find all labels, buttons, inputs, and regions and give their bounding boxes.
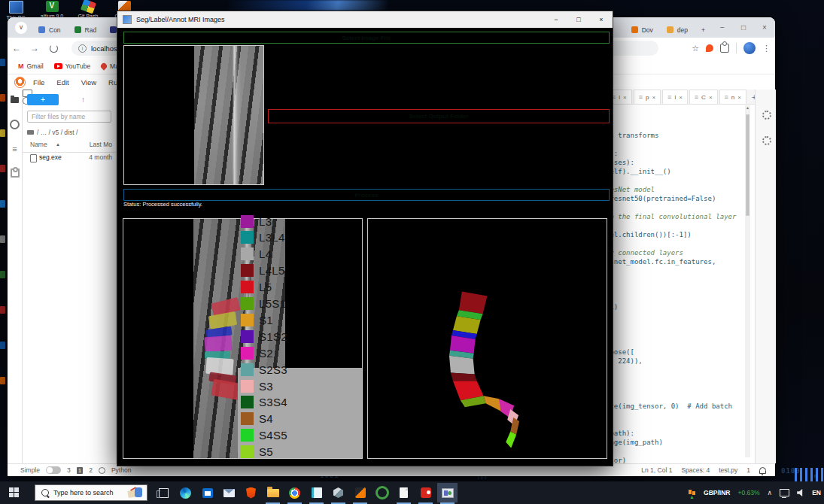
new-launcher-button[interactable]: + xyxy=(27,94,59,105)
editor-scrollbar[interactable]: ▲ xyxy=(745,105,750,457)
start-button[interactable] xyxy=(9,487,19,497)
ticker-change: +0.63% xyxy=(738,489,760,496)
tab-close-icon[interactable]: × xyxy=(652,94,655,101)
filter-files-input[interactable]: Filter files by name xyxy=(27,111,111,123)
menu-item[interactable]: File xyxy=(33,78,44,87)
taskbar-app-button[interactable] xyxy=(306,481,327,504)
stocks-widget-icon[interactable]: ▲ xyxy=(688,489,696,497)
kernel-name[interactable]: Python xyxy=(111,466,131,474)
bell-icon[interactable] xyxy=(759,467,766,474)
legend-swatch xyxy=(241,264,254,277)
tab-close-icon[interactable]: × xyxy=(679,94,683,101)
taskbar-app-button[interactable] xyxy=(327,481,349,504)
chrome-tab[interactable]: Con xyxy=(32,22,68,38)
forward-icon[interactable]: → xyxy=(26,43,44,53)
profile-avatar[interactable] xyxy=(743,42,756,54)
tab-favicon xyxy=(667,26,673,33)
taskbar-app-button[interactable] xyxy=(240,481,262,504)
reload-icon[interactable] xyxy=(50,44,58,53)
code-editor[interactable]: s as transforms e):asses):self).__init__… xyxy=(606,113,736,465)
table-of-contents-icon[interactable]: ≡ xyxy=(12,146,17,152)
back-icon[interactable]: ← xyxy=(8,43,26,53)
extensions-puzzle-icon[interactable] xyxy=(720,44,729,53)
legend-label: L4 xyxy=(259,247,272,260)
legend-label: S4 xyxy=(259,412,273,425)
legend-row: S2 xyxy=(241,345,273,361)
chrome-tab[interactable]: dep xyxy=(660,22,695,38)
scroll-up-icon[interactable]: ▲ xyxy=(745,105,750,110)
extension-icon[interactable] xyxy=(706,44,713,52)
new-tab-button[interactable]: + xyxy=(695,22,712,38)
close-button[interactable]: × xyxy=(590,11,613,28)
bookmark-gmail[interactable]: MGmail xyxy=(18,62,44,70)
legend-swatch xyxy=(241,363,254,376)
taskbar-app-button[interactable] xyxy=(175,481,196,504)
simple-mode-toggle[interactable] xyxy=(46,466,61,474)
file-list-header[interactable]: Name ▲ Last Mo xyxy=(23,141,116,153)
extension-manager-icon[interactable] xyxy=(11,169,20,178)
tab-close-icon[interactable]: × xyxy=(623,94,627,101)
taskbar-app-button[interactable] xyxy=(196,481,218,504)
cursor-position[interactable]: Ln 1, Col 1 xyxy=(641,466,672,474)
taskbar-app-button[interactable] xyxy=(262,481,284,504)
app-title-bar[interactable]: Seg/Label/Annot MRI Images − □ × xyxy=(117,11,613,28)
settings-gear-icon[interactable] xyxy=(762,136,771,145)
code-line: .resnet50(pretrained=False) xyxy=(606,194,736,203)
breadcrumb[interactable]: / … / v5 / dist / xyxy=(27,129,78,136)
mask-svg xyxy=(368,219,607,458)
taskbar-app-button[interactable] xyxy=(218,481,240,504)
menu-item[interactable]: Edit xyxy=(56,78,68,87)
tab-favicon xyxy=(631,26,638,33)
chrome-tab[interactable]: Rad xyxy=(68,22,104,38)
upload-icon[interactable]: ↑ xyxy=(81,96,85,104)
taskbar-app-button[interactable] xyxy=(284,481,306,504)
process-button[interactable]: Process xyxy=(123,189,610,201)
taskbar-app-button[interactable] xyxy=(436,481,458,504)
taskbar-app-button[interactable] xyxy=(415,481,436,504)
taskbar-app-button[interactable] xyxy=(349,481,371,504)
maximize-button[interactable]: □ xyxy=(567,11,590,28)
editor-tab[interactable]: l × xyxy=(662,90,688,104)
editor-tab[interactable]: p × xyxy=(634,90,661,104)
scrollbar-thumb[interactable] xyxy=(746,114,750,216)
file-browser-icon[interactable] xyxy=(11,97,19,103)
volume-icon[interactable] xyxy=(797,489,804,496)
kernel-busy-badge: 1 xyxy=(77,467,83,474)
taskbar-app-button[interactable] xyxy=(393,481,415,504)
indent-setting[interactable]: Spaces: 4 xyxy=(681,466,710,474)
tab-search-button[interactable]: ∨ xyxy=(15,22,27,34)
bookmark-star-icon[interactable]: ☆ xyxy=(692,44,699,53)
tab-close-icon[interactable]: × xyxy=(737,94,741,101)
bookmark-youtube[interactable]: YouTube xyxy=(54,62,90,70)
legend-row: S2S3 xyxy=(241,361,287,378)
code-line: -1) xyxy=(606,302,736,311)
taskbar-app-button[interactable] xyxy=(371,481,393,504)
app-icon xyxy=(376,486,389,499)
taskbar-app-button[interactable] xyxy=(153,481,175,504)
ticker-pair[interactable]: GBP/INR xyxy=(704,489,730,496)
chrome-menu-icon[interactable]: ⋮ xyxy=(762,44,771,53)
network-icon[interactable] xyxy=(780,489,789,496)
running-kernels-icon[interactable] xyxy=(10,120,20,129)
taskbar-search[interactable]: Type here to search xyxy=(35,484,147,501)
legend-row: S1 xyxy=(241,311,273,328)
minimize-button[interactable]: − xyxy=(712,17,733,38)
minimize-button[interactable]: − xyxy=(545,11,567,28)
select-output-button[interactable]: Select Output Folder xyxy=(268,109,610,123)
editor-tab[interactable]: C × xyxy=(689,90,718,104)
code-line: esnet_model.fc.in_features, xyxy=(606,257,736,266)
tab-close-icon[interactable]: × xyxy=(709,94,713,101)
select-image-button[interactable]: Select Image File xyxy=(123,32,610,44)
editor-tab[interactable]: n × xyxy=(719,90,746,104)
tray-expand-icon[interactable]: ∧ xyxy=(768,489,773,496)
site-info-icon[interactable]: i xyxy=(78,44,87,53)
file-row[interactable]: seg.exe 4 month xyxy=(23,153,116,164)
property-inspector-icon[interactable] xyxy=(762,111,771,120)
language-indicator[interactable]: EN xyxy=(812,489,821,496)
menu-item[interactable]: View xyxy=(81,78,96,87)
maximize-button[interactable]: □ xyxy=(733,17,754,38)
chrome-tab[interactable]: Dov xyxy=(625,22,660,38)
close-button[interactable]: × xyxy=(754,17,775,38)
active-file[interactable]: test.py xyxy=(719,466,737,474)
app-icon xyxy=(421,487,431,498)
